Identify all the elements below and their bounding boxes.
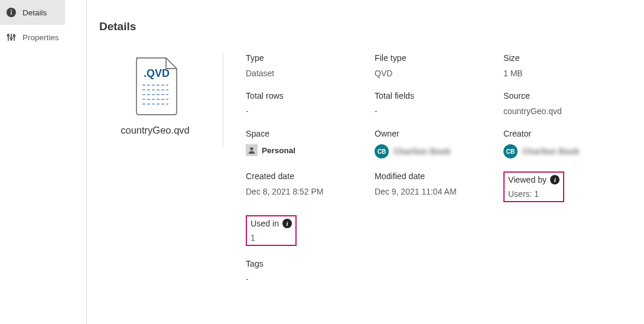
value-viewed-by: Users: 1 [508, 189, 560, 199]
field-type: Type Dataset [246, 53, 375, 78]
creator-avatar: CB [503, 144, 518, 158]
label-total-rows: Total rows [246, 91, 364, 101]
field-created-date: Created date Dec 8, 2021 8:52 PM [246, 171, 375, 202]
svg-rect-1 [11, 12, 12, 15]
field-tags: Tags - [246, 259, 375, 284]
main-panel: Details .QVD countryGeo.qvd [86, 0, 644, 324]
value-source: countryGeo.qvd [503, 106, 622, 116]
sidebar-item-details[interactable]: Details [0, 0, 65, 25]
field-space: Space Personal [246, 129, 375, 158]
label-modified-date: Modified date [375, 171, 493, 181]
label-created-date: Created date [246, 171, 364, 181]
page-title: Details [99, 20, 632, 33]
sidebar-item-label: Properties [22, 33, 59, 42]
svg-point-8 [13, 35, 15, 37]
creator-name: Charlton Book [522, 147, 579, 156]
value-file-type: QVD [375, 69, 493, 78]
field-file-type: File type QVD [375, 53, 503, 78]
field-used-in: Used in i 1 [246, 215, 375, 246]
info-icon[interactable]: i [282, 219, 292, 228]
highlight-viewed-by: Viewed by i Users: 1 [503, 171, 564, 202]
value-type: Dataset [246, 69, 364, 78]
value-created-date: Dec 8, 2021 8:52 PM [246, 187, 364, 196]
sliders-icon [6, 32, 17, 43]
label-type: Type [246, 53, 364, 63]
value-total-fields: - [375, 106, 493, 116]
label-used-in: Used in [251, 219, 279, 228]
value-modified-date: Dec 9, 2021 11:04 AM [375, 187, 493, 196]
info-circle-icon [6, 7, 17, 18]
svg-point-6 [10, 37, 12, 39]
value-total-rows: - [246, 106, 364, 116]
svg-point-2 [11, 9, 12, 11]
field-owner: Owner CB Charlton Book [375, 129, 503, 158]
owner-name: Charlton Book [393, 147, 450, 156]
label-tags: Tags [246, 259, 364, 268]
field-creator: Creator CB Charlton Book [503, 129, 632, 158]
field-size: Size 1 MB [503, 53, 632, 78]
info-icon[interactable]: i [550, 175, 560, 184]
field-source: Source countryGeo.qvd [503, 91, 632, 116]
qvd-file-icon: .QVD [132, 57, 179, 118]
sidebar-item-properties[interactable]: Properties [0, 25, 65, 50]
label-size: Size [503, 53, 622, 63]
person-icon [246, 144, 258, 156]
field-total-rows: Total rows - [246, 91, 375, 116]
sidebar-item-label: Details [22, 8, 47, 17]
highlight-used-in: Used in i 1 [246, 215, 297, 246]
value-tags: - [246, 274, 364, 284]
value-used-in: 1 [251, 233, 292, 242]
owner-avatar: CB [375, 144, 389, 158]
label-owner: Owner [375, 129, 493, 138]
label-creator: Creator [503, 129, 622, 138]
sidebar: Details Properties [0, 0, 65, 324]
file-name: countryGeo.qvd [121, 125, 189, 136]
label-total-fields: Total fields [375, 91, 493, 101]
label-space: Space [246, 129, 364, 138]
value-space: Personal [262, 146, 295, 155]
file-preview: .QVD countryGeo.qvd [99, 53, 223, 148]
svg-text:.QVD: .QVD [144, 67, 170, 79]
label-file-type: File type [375, 53, 493, 63]
svg-point-4 [7, 34, 9, 36]
field-total-fields: Total fields - [375, 91, 503, 116]
label-source: Source [503, 91, 622, 101]
metadata-grid: Type Dataset File type QVD Size 1 MB Tot… [223, 53, 632, 297]
field-modified-date: Modified date Dec 9, 2021 11:04 AM [375, 171, 503, 202]
svg-point-15 [250, 147, 253, 150]
value-size: 1 MB [503, 69, 622, 78]
label-viewed-by: Viewed by [508, 175, 547, 184]
field-viewed-by: Viewed by i Users: 1 [503, 171, 632, 202]
